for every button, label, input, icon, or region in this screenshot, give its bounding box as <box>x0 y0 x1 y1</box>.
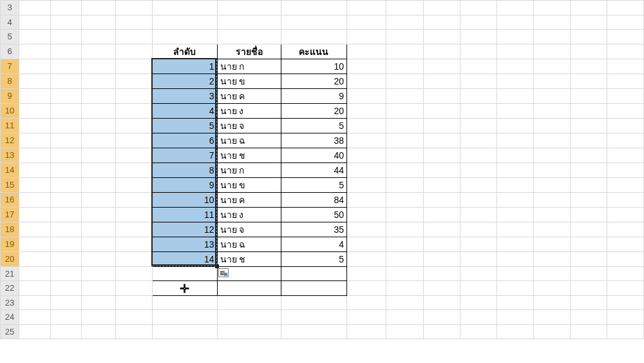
cell-I12[interactable] <box>386 133 423 148</box>
cell-L24[interactable] <box>497 310 533 325</box>
row-header[interactable]: 22 <box>1 281 19 296</box>
cell-J24[interactable] <box>423 310 460 325</box>
cell-M17[interactable] <box>533 207 570 222</box>
cell-M8[interactable] <box>533 74 570 88</box>
cell-N22[interactable] <box>570 281 607 296</box>
cell-O4[interactable] <box>607 15 643 30</box>
cell-G3[interactable] <box>281 1 346 15</box>
cell-G8[interactable]: 20 <box>281 74 346 88</box>
cell-C15[interactable] <box>82 177 116 192</box>
cell-L19[interactable] <box>497 237 533 251</box>
cell-F13[interactable]: นาย ช <box>217 148 281 162</box>
cell-O3[interactable] <box>607 1 643 15</box>
cell-A3[interactable] <box>19 1 50 15</box>
cell-N8[interactable] <box>570 74 607 88</box>
cell-I22[interactable] <box>386 281 423 296</box>
cell-B6[interactable] <box>50 44 81 59</box>
cell-D6[interactable] <box>115 44 152 59</box>
cell-E9[interactable]: 3 <box>152 88 217 103</box>
cell-G10[interactable]: 20 <box>281 103 346 118</box>
cell-J4[interactable] <box>423 15 460 30</box>
cell-L13[interactable] <box>497 148 533 162</box>
cell-G17[interactable]: 50 <box>281 207 346 222</box>
cell-B18[interactable] <box>50 222 81 237</box>
cell-A9[interactable] <box>19 88 50 103</box>
cell-O18[interactable] <box>607 222 643 237</box>
cell-M7[interactable] <box>533 59 570 74</box>
cell-C12[interactable] <box>82 133 116 148</box>
cell-N13[interactable] <box>570 148 607 162</box>
cell-N24[interactable] <box>570 310 607 325</box>
row-header[interactable]: 25 <box>1 324 19 339</box>
cell-B25[interactable] <box>50 324 81 339</box>
cell-B19[interactable] <box>50 237 81 251</box>
cell-B13[interactable] <box>50 148 81 162</box>
cell-D4[interactable] <box>115 15 152 30</box>
cell-M20[interactable] <box>533 251 570 266</box>
cell-L18[interactable] <box>497 222 533 237</box>
cell-E25[interactable] <box>152 324 217 339</box>
cell-I13[interactable] <box>386 148 423 162</box>
cell-B21[interactable] <box>50 266 81 281</box>
cell-J23[interactable] <box>423 295 460 310</box>
cell-L20[interactable] <box>497 251 533 266</box>
cell-F23[interactable] <box>217 295 281 310</box>
cell-F14[interactable]: นาย ก <box>217 162 281 177</box>
cell-G20[interactable]: 5 <box>281 251 346 266</box>
cell-O21[interactable] <box>607 266 643 281</box>
cell-A19[interactable] <box>19 237 50 251</box>
cell-K22[interactable] <box>460 281 497 296</box>
cell-E10[interactable]: 4 <box>152 103 217 118</box>
cell-H13[interactable] <box>347 148 386 162</box>
cell-H22[interactable] <box>347 281 386 296</box>
cell-G9[interactable]: 9 <box>281 88 346 103</box>
cell-N21[interactable] <box>570 266 607 281</box>
cell-G12[interactable]: 38 <box>281 133 346 148</box>
cell-B14[interactable] <box>50 162 81 177</box>
cell-J17[interactable] <box>423 207 460 222</box>
cell-F19[interactable]: นาย ฉ <box>217 237 281 251</box>
cell-K11[interactable] <box>460 118 497 133</box>
cell-A25[interactable] <box>19 324 50 339</box>
cell-M3[interactable] <box>533 1 570 15</box>
cell-M11[interactable] <box>533 118 570 133</box>
cell-B5[interactable] <box>50 30 81 44</box>
cell-M14[interactable] <box>533 162 570 177</box>
cell-H10[interactable] <box>347 103 386 118</box>
cell-D23[interactable] <box>115 295 152 310</box>
cell-E7[interactable]: 1 <box>152 59 217 74</box>
row-header[interactable]: 6 <box>1 44 19 59</box>
cell-I25[interactable] <box>386 324 423 339</box>
cell-E24[interactable] <box>152 310 217 325</box>
cell-K9[interactable] <box>460 88 497 103</box>
cell-A15[interactable] <box>19 177 50 192</box>
cell-G5[interactable] <box>281 30 346 44</box>
cell-N15[interactable] <box>570 177 607 192</box>
cell-D7[interactable] <box>115 59 152 74</box>
cell-L5[interactable] <box>497 30 533 44</box>
cell-N7[interactable] <box>570 59 607 74</box>
cell-C17[interactable] <box>82 207 116 222</box>
cell-L25[interactable] <box>497 324 533 339</box>
cell-K20[interactable] <box>460 251 497 266</box>
cell-L14[interactable] <box>497 162 533 177</box>
cell-O14[interactable] <box>607 162 643 177</box>
cell-M9[interactable] <box>533 88 570 103</box>
row-header[interactable]: 20 <box>1 251 19 266</box>
row-header[interactable]: 8 <box>1 74 19 88</box>
cell-L21[interactable] <box>497 266 533 281</box>
cell-C18[interactable] <box>82 222 116 237</box>
cell-H6[interactable] <box>347 44 386 59</box>
cell-A12[interactable] <box>19 133 50 148</box>
cell-O16[interactable] <box>607 192 643 207</box>
cell-M15[interactable] <box>533 177 570 192</box>
cell-N12[interactable] <box>570 133 607 148</box>
cell-H9[interactable] <box>347 88 386 103</box>
cell-N18[interactable] <box>570 222 607 237</box>
cell-M25[interactable] <box>533 324 570 339</box>
cell-L12[interactable] <box>497 133 533 148</box>
cell-E14[interactable]: 8 <box>152 162 217 177</box>
cell-M16[interactable] <box>533 192 570 207</box>
cell-K6[interactable] <box>460 44 497 59</box>
row-header[interactable]: 23 <box>1 295 19 310</box>
